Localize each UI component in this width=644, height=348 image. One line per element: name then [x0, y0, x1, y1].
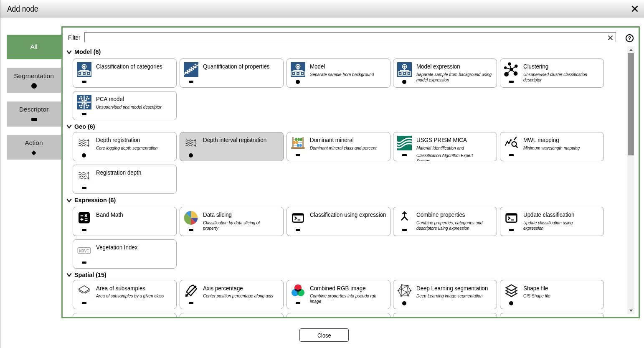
svg-text:?: ? — [628, 36, 631, 41]
